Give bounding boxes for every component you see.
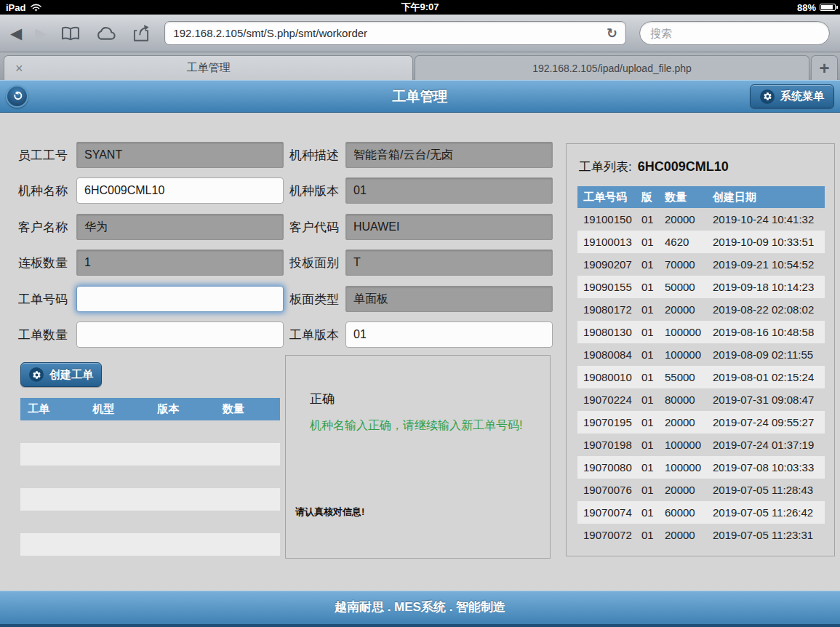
order-qty-cell: 60000 (659, 501, 707, 524)
order-date-cell: 2019-07-05 11:23:31 (707, 524, 825, 546)
create-workorder-button[interactable]: 创建工单 (20, 362, 102, 387)
close-icon[interactable]: × (15, 62, 23, 75)
page-title: 工单管理 (0, 80, 840, 113)
order-table-row[interactable]: 19080172 01 20000 2019-08-22 02:08:02 (577, 298, 825, 321)
order-version-cell: 01 (636, 208, 659, 231)
order-date-cell: 2019-08-01 02:15:24 (707, 366, 825, 388)
message-success-text: 机种名输入正确，请继续输入新工单号码! (310, 418, 522, 434)
pending-table-body (20, 420, 280, 556)
order-table-row[interactable]: 19090155 01 50000 2019-09-18 10:14:23 (577, 276, 825, 298)
board-type-field (345, 286, 553, 312)
order-table-row[interactable]: 19080010 01 55000 2019-08-01 02:15:24 (577, 366, 825, 388)
order-number-cell: 19070074 (577, 501, 636, 524)
order-version-cell: 01 (636, 366, 659, 388)
order-version-cell: 01 (636, 501, 659, 524)
browser-forward-button[interactable]: ▶ (35, 25, 47, 41)
pending-col-model: 机型 (85, 398, 150, 420)
order-date-cell: 2019-07-08 10:03:33 (707, 456, 825, 479)
field-customer-code: 客户代码 (289, 214, 553, 240)
order-date-cell: 2019-07-05 11:28:43 (707, 479, 825, 501)
customer-name-label: 客户名称 (18, 219, 76, 236)
order-number-cell: 19090155 (577, 276, 636, 298)
search-input[interactable] (639, 21, 830, 45)
tab-upload-file[interactable]: 192.168.2.105/ipad/upload_file.php (415, 55, 809, 80)
order-version-cell: 01 (636, 343, 659, 366)
order-qty-cell: 80000 (659, 388, 707, 411)
order-qty-cell: 20000 (659, 208, 707, 231)
order-table-row[interactable]: 19070195 01 20000 2019-07-24 09:55:27 (577, 411, 825, 434)
page-back-button[interactable] (6, 85, 28, 108)
share-button[interactable] (131, 24, 151, 42)
order-qty-cell: 20000 (659, 411, 707, 434)
order-version-cell: 01 (636, 456, 659, 479)
field-employee-id: 员工工号 (18, 142, 284, 168)
order-table-row[interactable]: 19070224 01 80000 2019-07-31 09:08:47 (577, 388, 825, 411)
pending-empty-row (20, 511, 280, 533)
order-version-cell: 01 (636, 231, 659, 253)
order-table-row[interactable]: 19070072 01 20000 2019-07-05 11:23:31 (577, 524, 825, 546)
order-qty-cell: 100000 (659, 321, 707, 343)
order-qty-cell: 4620 (659, 231, 707, 253)
order-table-row[interactable]: 19100013 01 4620 2019-10-09 10:33:51 (577, 231, 825, 253)
order-table-row[interactable]: 19090207 01 70000 2019-09-21 10:54:52 (577, 253, 825, 276)
gear-icon (32, 370, 41, 380)
order-date-cell: 2019-07-31 09:08:47 (707, 388, 825, 411)
system-menu-button[interactable]: 系统菜单 (750, 84, 834, 108)
pending-empty-row (20, 420, 280, 443)
order-date-cell: 2019-09-21 10:54:52 (707, 253, 825, 276)
order-version-cell: 01 (636, 434, 659, 456)
pending-empty-row (20, 533, 280, 556)
order-date-cell: 2019-07-05 11:26:42 (707, 501, 825, 524)
browser-back-button[interactable]: ◀ (10, 25, 22, 41)
order-table-row[interactable]: 19080130 01 100000 2019-08-16 10:48:58 (577, 321, 825, 343)
tab-title: 工单管理 (187, 61, 231, 75)
field-customer-name: 客户名称 (18, 214, 284, 240)
order-version-cell: 01 (636, 524, 659, 546)
order-date-cell: 2019-10-24 10:41:32 (707, 208, 825, 231)
order-table-row[interactable]: 19070076 01 20000 2019-07-05 11:28:43 (577, 479, 825, 501)
order-number-cell: 19080010 (577, 366, 636, 388)
icloud-tabs-button[interactable] (95, 26, 118, 41)
bookmarks-button[interactable] (60, 25, 81, 41)
new-tab-button[interactable]: + (811, 55, 838, 80)
field-workorder-qty: 工单数量 (18, 322, 284, 348)
workorder-version-label: 工单版本 (289, 327, 345, 343)
order-qty-cell: 100000 (659, 343, 707, 366)
order-qty-cell: 20000 (659, 524, 707, 546)
pending-empty-row (20, 488, 280, 511)
order-table-body: 19100150 01 20000 2019-10-24 10:41:32 19… (577, 208, 825, 546)
order-table-row[interactable]: 19070080 01 100000 2019-07-08 10:03:33 (577, 456, 825, 479)
workorder-qty-field[interactable] (76, 322, 284, 348)
model-name-field[interactable] (76, 177, 284, 204)
main-content: 员工工号 机种名称 客户名称 连板数量 工单号码 工单数量 机种描述 (0, 113, 840, 591)
order-table-row[interactable]: 19080084 01 100000 2019-08-09 02:11:55 (577, 343, 825, 366)
tab-workorder[interactable]: × 工单管理 (4, 55, 413, 80)
customer-code-field (345, 214, 553, 240)
order-qty-cell: 55000 (659, 366, 707, 388)
order-number-cell: 19070076 (577, 479, 636, 501)
battery-icon (820, 4, 836, 11)
refresh-icon[interactable]: ↻ (607, 25, 617, 41)
app-header: 工单管理 系统菜单 (0, 80, 840, 113)
order-table-row[interactable]: 19100150 01 20000 2019-10-24 10:41:32 (577, 208, 825, 231)
customer-name-field (76, 214, 284, 240)
pending-table-header: 工单 机型 版本 数量 (20, 398, 280, 420)
address-bar[interactable]: 192.168.2.105/smt/S.php/smt/workorder ↻ (164, 21, 626, 45)
field-model-desc: 机种描述 (289, 142, 553, 168)
model-version-field (345, 177, 553, 204)
order-table-row[interactable]: 19070074 01 60000 2019-07-05 11:26:42 (577, 501, 825, 524)
footer: 越南耐思 . MES系统 . 智能制造 (0, 591, 840, 627)
workorder-number-field[interactable] (76, 286, 284, 312)
pending-col-version: 版本 (151, 398, 215, 420)
board-side-field (345, 249, 553, 276)
pending-col-order: 工单 (20, 398, 85, 420)
message-box: 正确 机种名输入正确，请继续输入新工单号码! 请认真核对信息! (285, 355, 551, 559)
workorder-version-field[interactable] (345, 322, 553, 348)
bookmarks-icon (60, 25, 81, 41)
order-number-cell: 19100013 (577, 231, 636, 253)
tab-title: 192.168.2.105/ipad/upload_file.php (532, 63, 692, 74)
order-table-row[interactable]: 19070198 01 100000 2019-07-24 01:37:19 (577, 434, 825, 456)
order-col-date: 创建日期 (707, 186, 825, 208)
order-version-cell: 01 (636, 276, 659, 298)
workorder-qty-label: 工单数量 (18, 327, 76, 343)
